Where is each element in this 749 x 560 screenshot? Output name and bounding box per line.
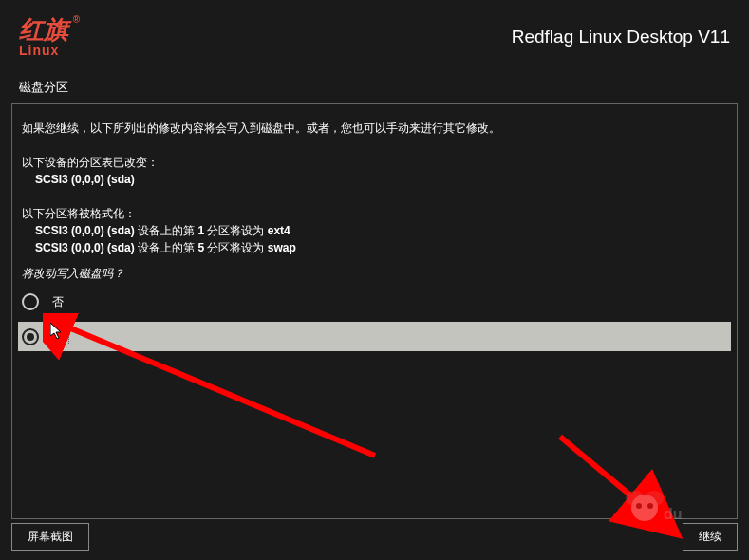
confirm-question: 将改动写入磁盘吗？ (18, 266, 731, 282)
partition-table-section: 以下设备的分区表已改变： SCSI3 (0,0,0) (sda) (18, 154, 731, 188)
format-item-1: SCSI3 (0,0,0) (sda) 设备上的第 1 分区将设为 ext4 (22, 222, 727, 239)
logo: 红旗 Linux (19, 17, 68, 57)
section2-label: 以下分区将被格式化： (22, 205, 727, 222)
logo-sub: Linux (19, 44, 68, 57)
device-item: SCSI3 (0,0,0) (sda) (22, 171, 727, 188)
radio-circle-icon (22, 293, 39, 310)
footer: 屏幕截图 继续 (0, 523, 749, 551)
page-title: Redflag Linux Desktop V11 (512, 27, 730, 47)
radio-option-yes[interactable]: 是 (18, 322, 731, 351)
logo-main: 红旗 (19, 17, 68, 42)
continue-button[interactable]: 继续 (683, 523, 738, 551)
format-item-2: SCSI3 (0,0,0) (sda) 设备上的第 5 分区将设为 swap (22, 239, 727, 256)
content-area: 如果您继续，以下所列出的修改内容将会写入到磁盘中。或者，您也可以手动来进行其它修… (11, 103, 738, 519)
radio-label-no: 否 (52, 294, 64, 310)
intro-text: 如果您继续，以下所列出的修改内容将会写入到磁盘中。或者，您也可以手动来进行其它修… (18, 120, 731, 137)
radio-label-yes: 是 (52, 327, 69, 345)
radio-option-no[interactable]: 否 (18, 288, 731, 316)
header: 红旗 Linux Redflag Linux Desktop V11 (0, 0, 749, 74)
section1-label: 以下设备的分区表已改变： (22, 154, 727, 171)
screenshot-button[interactable]: 屏幕截图 (11, 523, 89, 551)
format-section: 以下分区将被格式化： SCSI3 (0,0,0) (sda) 设备上的第 1 分… (18, 205, 731, 256)
page-section-label: 磁盘分区 (0, 79, 749, 96)
radio-circle-icon (22, 328, 39, 345)
